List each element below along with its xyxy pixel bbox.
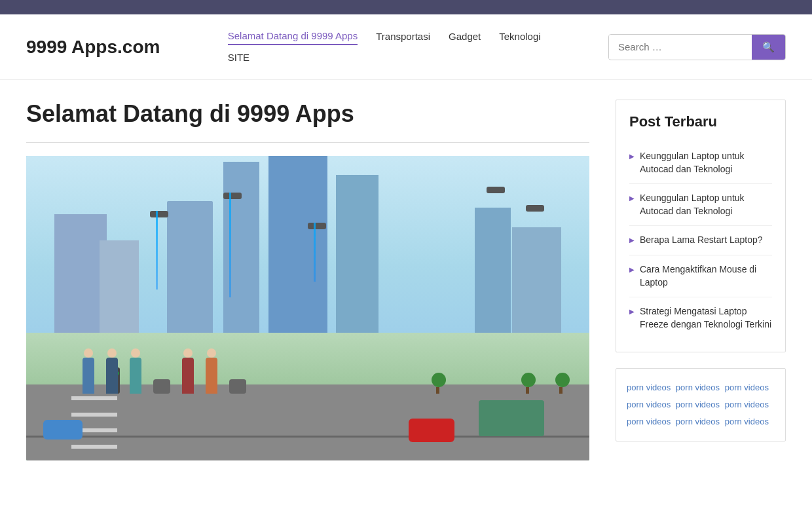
car-red — [409, 419, 454, 442]
person-1 — [83, 358, 94, 394]
post-link-4[interactable]: ▶ Cara Mengaktifkan Mouse di Laptop — [629, 255, 772, 297]
title-divider — [26, 142, 589, 143]
spam-link-7[interactable]: porn videos — [627, 417, 671, 426]
tree-3 — [432, 373, 443, 394]
site-header: 9999 Apps.com Selamat Datang di 9999 App… — [0, 14, 812, 80]
drone-1 — [150, 211, 168, 217]
scooter-1 — [153, 379, 170, 394]
sidebar: Post Terbaru ▶ Keunggulan Laptop untuk A… — [616, 100, 786, 441]
spam-link-9[interactable]: porn videos — [725, 417, 769, 426]
post-icon-3: ▶ — [629, 236, 635, 245]
spam-link-3[interactable]: porn videos — [725, 383, 769, 392]
post-icon-4: ▶ — [629, 265, 635, 274]
spam-link-6[interactable]: porn videos — [725, 400, 769, 409]
crosswalk-stripe — [71, 413, 117, 417]
drone-3 — [308, 223, 326, 229]
main-content: Selamat Datang di 9999 Apps — [26, 100, 589, 460]
nav-item-site[interactable]: SITE — [228, 52, 249, 63]
spam-link-2[interactable]: porn videos — [676, 383, 720, 392]
tree-trunk-3 — [436, 387, 439, 394]
top-bar — [0, 0, 812, 14]
crosswalk-stripe — [71, 396, 117, 400]
person-3 — [130, 358, 141, 394]
crosswalk-stripe — [71, 445, 117, 449]
post-label-1: Keunggulan Laptop untuk Autocad dan Tekn… — [640, 150, 772, 176]
post-icon-2: ▶ — [629, 194, 635, 203]
scooter-2 — [229, 379, 246, 394]
tree-top-3 — [432, 373, 446, 387]
post-link-2[interactable]: ▶ Keunggulan Laptop untuk Autocad dan Te… — [629, 184, 772, 226]
post-terbaru-widget: Post Terbaru ▶ Keunggulan Laptop untuk A… — [616, 100, 786, 352]
drone-4 — [487, 187, 505, 193]
person-4 — [182, 358, 194, 394]
spam-link-1[interactable]: porn videos — [627, 383, 671, 392]
spam-link-5[interactable]: porn videos — [676, 400, 720, 409]
tree-top-1 — [555, 373, 570, 387]
site-logo[interactable]: 9999 Apps.com — [26, 37, 160, 58]
person-5 — [206, 358, 217, 394]
post-label-4: Cara Mengaktifkan Mouse di Laptop — [640, 263, 772, 289]
search-button[interactable]: 🔍 — [752, 35, 785, 60]
post-label-5: Strategi Mengatasi Laptop Freeze dengan … — [640, 305, 772, 331]
post-terbaru-title: Post Terbaru — [629, 113, 772, 130]
bus — [479, 400, 544, 436]
spam-link-4[interactable]: porn videos — [627, 400, 671, 409]
nav-item-gadget[interactable]: Gadget — [449, 31, 481, 45]
person-2 — [106, 358, 118, 394]
search-box: 🔍 — [608, 34, 786, 60]
drone-5 — [526, 205, 544, 212]
beam-1 — [156, 211, 158, 290]
nav-item-transportasi[interactable]: Transportasi — [376, 31, 430, 45]
hero-illustration — [26, 156, 589, 460]
tree-2 — [521, 373, 533, 394]
tree-top-2 — [521, 373, 536, 387]
car-blue — [43, 420, 83, 440]
post-link-5[interactable]: ▶ Strategi Mengatasi Laptop Freeze denga… — [629, 297, 772, 339]
page-title: Selamat Datang di 9999 Apps — [26, 100, 589, 128]
nav-container: Selamat Datang di 9999 Apps Transportasi… — [228, 30, 541, 64]
spam-links-widget: porn videos porn videos porn videos porn… — [616, 368, 786, 441]
beam-2 — [229, 193, 231, 297]
tree-trunk-1 — [559, 387, 563, 394]
nav-item-welcome[interactable]: Selamat Datang di 9999 Apps — [228, 30, 358, 45]
post-label-2: Keunggulan Laptop untuk Autocad dan Tekn… — [640, 192, 772, 217]
nav-item-teknologi[interactable]: Teknologi — [499, 31, 540, 45]
primary-nav: Selamat Datang di 9999 Apps Transportasi… — [228, 30, 541, 45]
page-wrap: Selamat Datang di 9999 Apps — [0, 80, 812, 480]
nav-row2: SITE — [228, 52, 249, 64]
tree-1 — [555, 373, 567, 394]
city-background — [26, 156, 589, 460]
post-link-1[interactable]: ▶ Keunggulan Laptop untuk Autocad dan Te… — [629, 142, 772, 184]
hero-image — [26, 156, 589, 460]
spam-link-8[interactable]: porn videos — [676, 417, 720, 426]
people-area — [83, 315, 561, 394]
search-input[interactable] — [609, 35, 752, 59]
post-link-3[interactable]: ▶ Berapa Lama Restart Laptop? — [629, 226, 772, 255]
drone-2 — [223, 193, 242, 199]
post-label-3: Berapa Lama Restart Laptop? — [640, 234, 763, 247]
beam-3 — [314, 223, 316, 282]
post-icon-5: ▶ — [629, 307, 635, 316]
tree-trunk-2 — [526, 387, 529, 394]
post-icon-1: ▶ — [629, 152, 635, 161]
